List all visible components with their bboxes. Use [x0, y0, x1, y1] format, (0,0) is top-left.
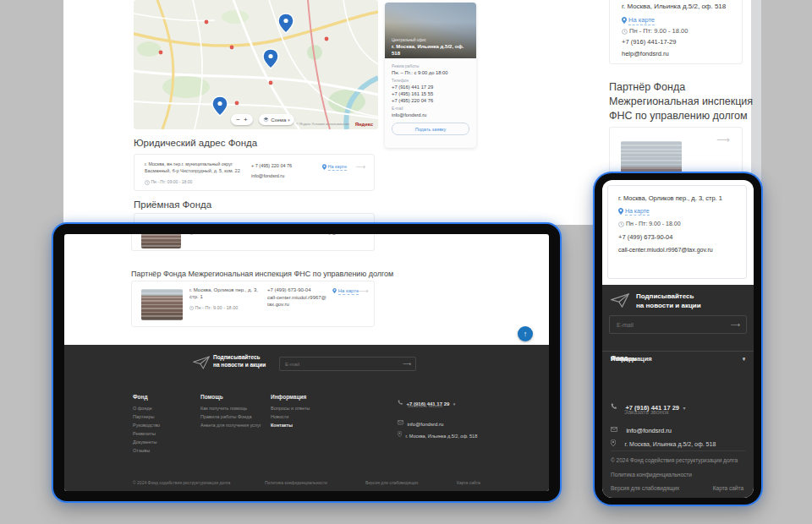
- p-phone[interactable]: +7 (499) 673-90-04: [618, 233, 672, 241]
- t-partner-title: Партнёр Фонда Межрегиональная инспекция …: [131, 270, 393, 278]
- clock-icon: [189, 306, 194, 310]
- p-address: г. Москва, Орликов пер., д. 3, стр. 1: [618, 194, 722, 202]
- t-partner-map-link[interactable]: На карте: [332, 288, 359, 293]
- legal-email[interactable]: info@fondsrd.ru: [251, 173, 284, 178]
- map-pin-icon: [398, 431, 402, 437]
- legal-map-link[interactable]: На карте: [322, 164, 347, 170]
- t-reception-card: Пн - Пт: 9.00 - 18.00 help@fondsrd.ru: [131, 234, 375, 251]
- t-email-inputbox: ⟶: [279, 357, 416, 371]
- sidebar-address: г. Москва, Ильинка д.5/2, оф. 518: [622, 3, 726, 10]
- paper-plane-icon: [193, 356, 210, 369]
- p-hours-row: Пн - Пт: 9.00 - 18.00: [618, 221, 681, 227]
- yandex-map[interactable]: − + Схема ▾ © Яндекс Условия использован…: [134, 0, 378, 129]
- office-email[interactable]: info@fondsrd.ru: [392, 112, 469, 118]
- t-privacy-link[interactable]: Политика конфиденциальности: [265, 480, 327, 485]
- sidebar-hours-row: Пн - Пт: 9.00 - 18.00: [622, 27, 688, 35]
- office-phone[interactable]: +7 (495) 220 04 76: [392, 97, 469, 104]
- phone-screen: г. Москва, Орликов пер., д. 3, стр. 1 На…: [602, 180, 754, 498]
- t-subscribe-title2: на новости и акции: [213, 362, 266, 368]
- p-footer: Подписывайтесь на новости и акции ⟶ Фонд…: [602, 285, 754, 498]
- t-partner-hours: Пн - Пт: 9.00 - 18.00: [189, 305, 238, 310]
- office-phone[interactable]: +7 (916) 441 17 29: [392, 84, 469, 90]
- t-partner-address: г. Москва, Орликов пер., д. 3, стр. 1: [189, 287, 266, 300]
- menu-item-info[interactable]: Информация ▾: [602, 351, 754, 366]
- sidebar-map-link[interactable]: На карте: [622, 16, 655, 24]
- t-partner-email[interactable]: call-center.miudol.r9967@tax.gov.ru: [267, 295, 326, 308]
- t-submit-arrow[interactable]: ⟶: [403, 361, 411, 368]
- t-partner-card: г. Москва, Орликов пер., д. 3, стр. 1 Пн…: [131, 281, 375, 327]
- footer-link-active[interactable]: Контакты: [271, 423, 293, 428]
- legal-phone[interactable]: + 7 (495) 220 04 76: [251, 163, 292, 168]
- phone-device-frame: г. Москва, Орликов пер., д. 3, стр. 1 На…: [595, 173, 761, 505]
- zoom-out-button[interactable]: −: [236, 116, 240, 123]
- p-privacy-link[interactable]: Политика конфиденциальности: [611, 472, 692, 478]
- phone-icon: [611, 403, 617, 409]
- legal-address: г. Москва, вн.тер.г. муниципальный округ…: [145, 161, 248, 174]
- clock-icon: [145, 180, 150, 185]
- scroll-to-top-button[interactable]: ↑: [518, 326, 533, 341]
- t-partner-phone[interactable]: +7 (499) 673-90-04: [267, 287, 311, 292]
- t-callback-link[interactable]: Заказать звонок: [408, 403, 442, 408]
- p-email[interactable]: call-center.miudol.r9967@tax.gov.ru: [618, 247, 713, 253]
- t-col-info-title: Информация: [271, 394, 306, 400]
- footer-link[interactable]: Отзывы: [133, 448, 150, 453]
- legal-hours-row: Пн - Пт: 09:00 - 18:00: [145, 179, 192, 185]
- sidebar-office-card: г. Москва, Ильинка д.5/2, оф. 518 На кар…: [609, 0, 743, 64]
- t-footer: Подписывайтесь на новости и акции ⟶ Фонд…: [64, 345, 549, 491]
- tablet-screen: Пн - Пт: 9.00 - 18.00 help@fondsrd.ru Па…: [64, 234, 549, 491]
- tablet-device-frame: Пн - Пт: 9.00 - 18.00 help@fondsrd.ru Па…: [53, 224, 560, 501]
- map-attribution: © Яндекс Условия использования: [296, 122, 349, 126]
- t-partner-arrow[interactable]: ⟶: [359, 287, 368, 295]
- partner-card-arrow[interactable]: ⟶: [716, 134, 730, 145]
- p-map-link[interactable]: На карте: [618, 208, 650, 215]
- p-subscribe-title2: на новости и акции: [636, 302, 701, 309]
- p-contact-address-row: г. Москва, Ильинка д.5/2, оф. 518: [611, 434, 716, 450]
- up-arrow-icon: ↑: [524, 330, 528, 338]
- footer-link[interactable]: Правила работы Фонда: [200, 414, 252, 419]
- t-subscribe-title: Подписывайтесь: [213, 354, 261, 360]
- map-layers-caret-icon: ▾: [288, 117, 290, 123]
- footer-link[interactable]: Как получить помощь: [200, 406, 247, 411]
- map-zoom-controls[interactable]: − +: [231, 114, 253, 125]
- p-accessibility-link[interactable]: Версия для слабовидящих: [611, 485, 679, 491]
- legal-address-title: Юридический адрес Фонда: [134, 138, 257, 148]
- office-hours: Пн. – Пт.: с 9:00 до 18:00: [392, 69, 469, 76]
- caret-down-icon: ▾: [453, 401, 456, 407]
- t-email-input[interactable]: [280, 358, 415, 370]
- apply-request-button[interactable]: Подать заявку: [392, 123, 469, 135]
- office-email-label: E-mail: [392, 106, 469, 111]
- p-email-input[interactable]: [610, 316, 746, 333]
- p-submit-arrow[interactable]: ⟶: [731, 321, 740, 329]
- footer-link[interactable]: Реквизиты: [133, 431, 156, 436]
- footer-link[interactable]: О фонде: [133, 406, 152, 411]
- sidebar-phone[interactable]: +7 (916) 441-17-29: [622, 38, 676, 46]
- t-col-help-title: Помощь: [200, 394, 223, 400]
- clock-icon: [622, 29, 628, 35]
- footer-link[interactable]: Новости: [271, 414, 288, 419]
- footer-link[interactable]: Партнеры: [133, 414, 155, 419]
- map-layers-button[interactable]: Схема ▾: [259, 114, 294, 125]
- footer-link[interactable]: Документы: [133, 439, 156, 445]
- p-sitemap-link[interactable]: Карта сайта: [713, 485, 743, 491]
- clock-icon: [189, 234, 194, 235]
- office-phone[interactable]: +7 (495) 161 15 55: [392, 90, 469, 97]
- p-callback-link[interactable]: Заказать звонок: [624, 409, 668, 415]
- t-accessibility-link[interactable]: Версия для слабовидящих: [365, 480, 419, 485]
- t-reception-email[interactable]: help@fondsrd.ru: [322, 234, 359, 235]
- t-sitemap-link[interactable]: Карта сайта: [457, 480, 480, 485]
- office-photo-tag: Центральный офис: [392, 38, 426, 42]
- map-pin-icon: [332, 288, 337, 293]
- legal-card-arrow[interactable]: ⟶: [356, 163, 365, 171]
- zoom-in-button[interactable]: +: [244, 116, 248, 123]
- footer-link[interactable]: Руководство: [133, 423, 160, 428]
- sidebar-email[interactable]: help@fondsrd.ru: [622, 50, 669, 57]
- p-subscribe-title: Подписывайтесь: [636, 292, 694, 300]
- office-photo-title: г. Москва, Ильинка д.5/2, оф. 518: [392, 43, 471, 57]
- divider: [611, 450, 745, 451]
- footer-link[interactable]: Анкета для получения услуг: [200, 423, 261, 428]
- reception-title: Приёмная Фонда: [134, 199, 211, 210]
- p-partner-card: г. Москва, Орликов пер., д. 3, стр. 1 На…: [607, 185, 747, 279]
- map-pin-icon: [322, 164, 326, 170]
- p-copyright: © 2024 Фонд содействия реструктуризации …: [611, 457, 738, 463]
- footer-link[interactable]: Вопросы и ответы: [271, 406, 310, 411]
